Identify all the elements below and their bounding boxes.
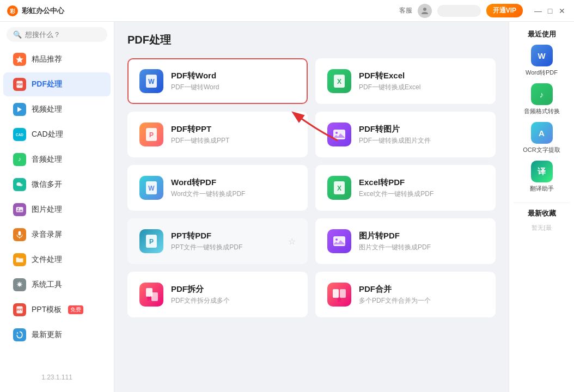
sidebar: 🔍 精品推荐 PDF PDF处理 视频处理 CAD CAD处理 ♪ 音频处理 — [0, 22, 114, 392]
tool-desc-pdf-merge: 多个PDF文件合并为一个 — [359, 296, 484, 305]
sidebar-item-image[interactable]: 图片处理 — [3, 198, 111, 222]
fav-icon-ppt-pdf[interactable]: ☆ — [288, 236, 296, 247]
recent-icon-ocr: A — [531, 122, 553, 144]
sidebar-item-jingpin[interactable]: 精品推荐 — [3, 47, 111, 71]
username-display — [437, 5, 481, 17]
titlebar: 彩 彩虹办公中心 客服 开通VIP — □ ✕ — [0, 0, 574, 22]
sidebar-item-system[interactable]: 系统工具 — [3, 273, 111, 297]
search-box[interactable]: 🔍 — [7, 27, 107, 42]
svg-rect-39 — [340, 289, 346, 298]
tool-card-pdf-ppt[interactable]: P PDF转PPT PDF一键转换成PPT — [127, 112, 308, 157]
svg-text:彩: 彩 — [9, 8, 16, 14]
tool-card-word-pdf[interactable]: W Word转PDF Word文件一键转换成PDF — [127, 165, 308, 211]
svg-point-26 — [335, 132, 338, 134]
sidebar-item-ppt[interactable]: PPT PPT模板 免费 — [3, 298, 111, 322]
sidebar-icon-update — [13, 328, 26, 341]
vip-button[interactable]: 开通VIP — [486, 4, 523, 17]
app-title: 彩虹办公中心 — [22, 6, 64, 16]
tool-card-pdf-image[interactable]: PDF转图片 PDF一键转换成图片文件 — [315, 112, 496, 157]
tool-card-img-pdf[interactable]: 图片转PDF 图片文件一键转换成PDF — [315, 218, 496, 264]
tool-desc-word-pdf: Word文件一键转换成PDF — [171, 189, 296, 199]
recent-label-ocr: OCR文字提取 — [523, 146, 560, 154]
minimize-button[interactable]: — — [533, 5, 544, 16]
sidebar-item-file[interactable]: 文件处理 — [3, 248, 111, 272]
tool-desc-pdf-ppt: PDF一键转换成PPT — [171, 136, 296, 145]
sidebar-item-record[interactable]: 录音录屏 — [3, 223, 111, 247]
close-button[interactable]: ✕ — [557, 5, 567, 16]
user-avatar[interactable] — [418, 4, 432, 18]
search-icon: 🔍 — [13, 30, 22, 39]
tool-name-ppt-pdf: PPT转PDF — [171, 231, 280, 241]
recent-icon-translate: 译 — [531, 161, 553, 182]
sidebar-icon-file — [13, 253, 26, 266]
svg-text:X: X — [337, 78, 341, 85]
tool-info-pdf-image: PDF转图片 PDF一键转换成图片文件 — [359, 124, 484, 145]
svg-point-2 — [423, 8, 426, 11]
tools-grid: W PDF转Word PDF一键转Word X PDF转Excel PDF一键转… — [127, 58, 496, 317]
tool-card-ppt-pdf[interactable]: P PPT转PDF PPT文件一键转换成PDF ☆ — [127, 218, 308, 264]
svg-text:CAD: CAD — [16, 133, 23, 137]
tool-name-pdf-ppt: PDF转PPT — [171, 124, 296, 134]
tool-info-ppt-pdf: PPT转PDF PPT文件一键转换成PDF — [171, 231, 280, 252]
user-icon — [420, 7, 429, 15]
sidebar-item-video[interactable]: 视频处理 — [3, 97, 111, 121]
sidebar-label-file: 文件处理 — [32, 255, 62, 265]
recent-label-audio-convert: 音频格式转换 — [524, 107, 560, 115]
recent-item-word-pdf[interactable]: W Word转PDF — [514, 45, 570, 77]
sidebar-icon-video — [13, 103, 26, 116]
sidebar-label-audio: 音频处理 — [32, 155, 62, 164]
tool-desc-img-pdf: 图片文件一键转换成PDF — [359, 243, 484, 252]
svg-text:P: P — [149, 238, 154, 246]
tool-name-pdf-image: PDF转图片 — [359, 124, 484, 134]
tool-card-excel-pdf[interactable]: X Excel转PDF Excel文件一键转换成PDF — [315, 165, 496, 211]
customer-service-link[interactable]: 客服 — [399, 6, 412, 15]
sidebar-icon-image — [13, 203, 26, 216]
recent-title: 最近使用 — [514, 29, 570, 39]
tool-card-pdf-merge[interactable]: 合 PDF合并 多个PDF文件合并为一个 — [315, 272, 496, 317]
tool-desc-pdf-word: PDF一键转Word — [171, 83, 296, 92]
svg-marker-3 — [16, 56, 23, 63]
empty-collect-hint: 暂无[最 — [514, 224, 570, 232]
rainbow-logo-icon: 彩 — [7, 5, 19, 17]
tool-desc-pdf-image: PDF一键转换成图片文件 — [359, 136, 484, 145]
recent-item-audio-convert[interactable]: ♪ 音频格式转换 — [514, 83, 570, 115]
svg-text:P: P — [149, 131, 154, 139]
tool-info-pdf-word: PDF转Word PDF一键转Word — [171, 71, 296, 92]
svg-rect-11 — [16, 207, 23, 212]
tool-card-pdf-excel[interactable]: X PDF转Excel PDF一键转换成Excel — [315, 58, 496, 104]
recent-item-translate[interactable]: 译 翻译助手 — [514, 161, 570, 193]
recent-icon-audio-convert: ♪ — [531, 83, 553, 105]
sidebar-label-cad: CAD处理 — [32, 130, 63, 139]
tool-name-excel-pdf: Excel转PDF — [359, 177, 484, 188]
tool-card-pdf-split[interactable]: 拆 PDF拆分 PDF文件拆分成多个 — [127, 272, 308, 317]
search-input[interactable] — [25, 30, 117, 39]
tool-info-word-pdf: Word转PDF Word文件一键转换成PDF — [171, 177, 296, 199]
sidebar-item-audio[interactable]: ♪ 音频处理 — [3, 148, 111, 171]
recent-icon-word-pdf: W — [531, 45, 553, 66]
svg-text:X: X — [337, 185, 341, 192]
main-layout: 🔍 精品推荐 PDF PDF处理 视频处理 CAD CAD处理 ♪ 音频处理 — [0, 22, 574, 392]
sidebar-label-pdf: PDF处理 — [32, 79, 62, 89]
tool-name-pdf-word: PDF转Word — [171, 71, 296, 81]
right-panel: 最近使用 W Word转PDF ♪ 音频格式转换 A OCR文字提取 译 翻译助… — [509, 22, 574, 392]
sidebar-item-wechat[interactable]: 微信多开 — [3, 173, 111, 197]
svg-marker-6 — [17, 107, 22, 112]
sidebar-item-update[interactable]: 最新更新 — [3, 323, 111, 347]
maximize-button[interactable]: □ — [545, 5, 555, 16]
svg-text:W: W — [148, 185, 155, 192]
svg-text:PPT: PPT — [17, 308, 23, 311]
tool-info-pdf-merge: PDF合并 多个PDF文件合并为一个 — [359, 284, 484, 305]
svg-rect-33 — [333, 236, 345, 246]
sidebar-nav: 精品推荐 PDF PDF处理 视频处理 CAD CAD处理 ♪ 音频处理 微信多… — [0, 47, 114, 348]
recent-label-word-pdf: Word转PDF — [526, 69, 558, 77]
recent-item-ocr[interactable]: A OCR文字提取 — [514, 122, 570, 154]
sidebar-label-jingpin: 精品推荐 — [32, 54, 62, 64]
svg-rect-25 — [333, 130, 345, 139]
sidebar-item-cad[interactable]: CAD CAD处理 — [3, 122, 111, 146]
sidebar-item-pdf[interactable]: PDF PDF处理 — [3, 72, 111, 96]
collect-title: 最新收藏 — [514, 209, 570, 218]
tool-card-pdf-word[interactable]: W PDF转Word PDF一键转Word — [127, 58, 308, 104]
app-logo: 彩 彩虹办公中心 — [7, 5, 64, 17]
tool-info-pdf-excel: PDF转Excel PDF一键转换成Excel — [359, 71, 484, 92]
tool-desc-ppt-pdf: PPT文件一键转换成PDF — [171, 243, 280, 252]
